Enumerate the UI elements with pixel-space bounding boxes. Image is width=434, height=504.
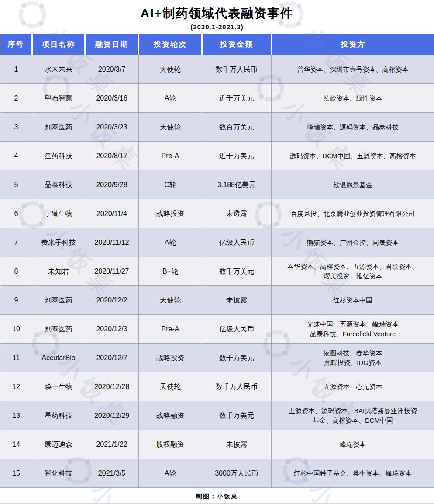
cell-investors: 五源资本、源码资本、BAI贝塔斯曼亚洲投资 基金、高榕资本、DCM中国 <box>272 401 434 430</box>
page-title: AI+制药领域代表融资事件 <box>0 0 434 22</box>
cell-investors: 普华资本、深圳市壹号资本、高榕资本 <box>272 55 434 84</box>
cell-round: 天使轮 <box>139 113 202 142</box>
cell-investors: 峰瑞资本 <box>272 430 434 459</box>
cell-date: 2020/12/29 <box>85 401 139 430</box>
cell-index: 8 <box>0 257 32 286</box>
cell-amount: 数千万美元 <box>202 401 272 430</box>
cell-index: 3 <box>0 113 32 142</box>
table-row: 8未知君2020/11/27B+轮数千万美元春华资本、高榕资本、五源资本、君联资… <box>0 257 434 286</box>
table-body: 1水木未来2020/3/7天使轮数千万人民币普华资本、深圳市壹号资本、高榕资本 … <box>0 55 434 488</box>
cell-date: 2020/12/3 <box>85 315 139 344</box>
title-band: AI+制药领域代表融资事件 (2020.1-2021.3) <box>0 0 434 34</box>
cell-amount: 数千万人民币 <box>202 55 272 84</box>
cell-round: 天使轮 <box>139 286 202 315</box>
cell-project-name: 剂泰医药 <box>32 286 85 315</box>
cell-amount: 数千万美元 <box>202 344 272 372</box>
col-header-amount: 投资金额 <box>202 34 272 55</box>
col-header-project-name: 项目名称 <box>32 34 85 55</box>
footer-credit: 制图：小饭桌 <box>196 493 238 501</box>
cell-round: 战略投资 <box>139 344 202 372</box>
table-row: 5晶泰科技2020/9/28C轮3.188亿美元软银愿景基金 <box>0 170 434 199</box>
cell-index: 13 <box>0 401 32 430</box>
cell-index: 12 <box>0 372 32 401</box>
table-row: 9剂泰医药2020/12/2天使轮未披露红杉资本中国 <box>0 286 434 315</box>
cell-date: 2021/3/5 <box>85 459 139 488</box>
cell-date: 2020/11/4 <box>85 199 139 228</box>
table-row: 10剂泰医药2020/12/3Pre-A亿级人民币光速中国、五源资本、峰瑞资本 … <box>0 315 434 344</box>
cell-project-name: 晶泰科技 <box>32 170 85 199</box>
table-row: 11AccutarBio2020/12/7战略投资数千万美元依图科技、春华资本 … <box>0 344 434 372</box>
cell-date: 2020/3/7 <box>85 55 139 84</box>
cell-round: A轮 <box>139 459 202 488</box>
footer-band: 制图：小饭桌 <box>0 488 434 504</box>
cell-date: 2020/3/16 <box>85 84 139 113</box>
cell-round: C轮 <box>139 170 202 199</box>
page-subtitle: (2020.1-2021.3) <box>0 23 434 31</box>
cell-date: 2020/12/2 <box>85 286 139 315</box>
cell-project-name: 剂泰医药 <box>32 315 85 344</box>
cell-project-name: 费米子科技 <box>32 228 85 257</box>
cell-project-name: 康迈迪森 <box>32 430 85 459</box>
cell-date: 2020/8/17 <box>85 142 139 170</box>
cell-round: Pre-A <box>139 315 202 344</box>
cell-amount: 数千万人民币 <box>202 372 272 401</box>
cell-index: 2 <box>0 84 32 113</box>
cell-investors: 峰瑞资本、源码资本、晶泰科技 <box>272 113 434 142</box>
cell-index: 9 <box>0 286 32 315</box>
cell-index: 10 <box>0 315 32 344</box>
table-row: 3剂泰医药2020/3/23天使轮数百万美元峰瑞资本、源码资本、晶泰科技 <box>0 113 434 142</box>
cell-project-name: 星药科技 <box>32 401 85 430</box>
table-row: 12焕一生物2020/12/28天使轮数千万人民币五源资本、心元资本 <box>0 372 434 401</box>
table-row: 14康迈迪森2021/1/22股权融资未披露峰瑞资本 <box>0 430 434 459</box>
table-row: 4星药科技2020/8/17Pre-A近千万美元源码资本、DCM中国、五源资本、… <box>0 142 434 170</box>
cell-project-name: 焕一生物 <box>32 372 85 401</box>
cell-amount: 未披露 <box>202 286 272 315</box>
cell-round: 天使轮 <box>139 55 202 84</box>
header-row: 序号 项目名称 融资日期 投资轮次 投资金额 投资方 <box>0 34 434 55</box>
table-row: 15智化科技2021/3/5A轮3000万人民币红杉中国种子基金、巢生资本、峰瑞… <box>0 459 434 488</box>
cell-round: Pre-A <box>139 142 202 170</box>
cell-index: 1 <box>0 55 32 84</box>
cell-date: 2020/9/28 <box>85 170 139 199</box>
cell-amount: 亿级人民币 <box>202 315 272 344</box>
cell-investors: 红杉中国种子基金、巢生资本、峰瑞资本 <box>272 459 434 488</box>
cell-amount: 3000万人民币 <box>202 459 272 488</box>
cell-project-name: 智化科技 <box>32 459 85 488</box>
cell-date: 2020/11/27 <box>85 257 139 286</box>
cell-investors: 软银愿景基金 <box>272 170 434 199</box>
cell-date: 2020/12/7 <box>85 344 139 372</box>
table-row: 13星药科技2020/12/29战略融资数千万美元五源资本、源码资本、BAI贝塔… <box>0 401 434 430</box>
cell-round: 战略融资 <box>139 401 202 430</box>
cell-date: 2021/1/22 <box>85 430 139 459</box>
cell-investors: 百度风投、北京腾业创业投资管理有限公司 <box>272 199 434 228</box>
cell-round: A轮 <box>139 228 202 257</box>
cell-date: 2020/11/12 <box>85 228 139 257</box>
table-row: 6宇道生物2020/11/4战略投资未透露百度风投、北京腾业创业投资管理有限公司 <box>0 199 434 228</box>
cell-amount: 亿级人民币 <box>202 228 272 257</box>
cell-amount: 未透露 <box>202 199 272 228</box>
table-header: 序号 项目名称 融资日期 投资轮次 投资金额 投资方 <box>0 34 434 55</box>
cell-investors: 红杉资本中国 <box>272 286 434 315</box>
col-header-financing-date: 融资日期 <box>85 34 139 55</box>
cell-index: 15 <box>0 459 32 488</box>
cell-round: 股权融资 <box>139 430 202 459</box>
cell-index: 4 <box>0 142 32 170</box>
cell-project-name: AccutarBio <box>32 344 85 372</box>
cell-project-name: 星药科技 <box>32 142 85 170</box>
cell-investors: 春华资本、高榕资本、五源资本、君联资本、 熠美投资、雅亿资本 <box>272 257 434 286</box>
table-row: 2望石智慧2020/3/16A轮近千万美元长岭资本、线性资本 <box>0 84 434 113</box>
cell-project-name: 剂泰医药 <box>32 113 85 142</box>
cell-amount: 3.188亿美元 <box>202 170 272 199</box>
cell-round: 天使轮 <box>139 372 202 401</box>
cell-date: 2020/12/28 <box>85 372 139 401</box>
cell-date: 2020/3/23 <box>85 113 139 142</box>
col-header-round: 投资轮次 <box>139 34 202 55</box>
col-header-index: 序号 <box>0 34 32 55</box>
cell-investors: 长岭资本、线性资本 <box>272 84 434 113</box>
cell-project-name: 望石智慧 <box>32 84 85 113</box>
cell-amount: 近千万美元 <box>202 84 272 113</box>
cell-amount: 近千万美元 <box>202 142 272 170</box>
cell-index: 11 <box>0 344 32 372</box>
cell-investors: 源码资本、DCM中国、五源资本、高榕资本 <box>272 142 434 170</box>
cell-project-name: 宇道生物 <box>32 199 85 228</box>
